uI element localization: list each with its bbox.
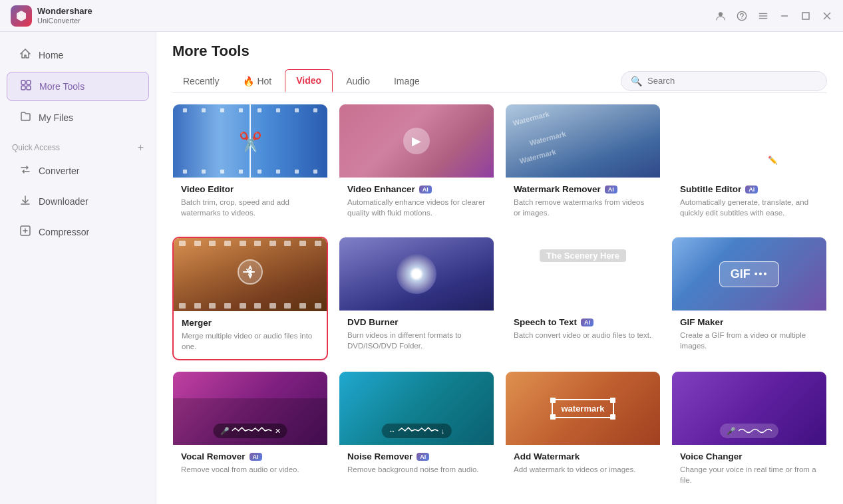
fire-icon: 🔥 <box>243 76 254 86</box>
tool-info-voice-changer: Voice Changer Change your voice in real … <box>672 445 826 493</box>
svg-point-1 <box>737 11 746 20</box>
tool-desc-video-enhancer: Automatically enhance videos for clearer… <box>347 197 486 218</box>
tool-info-watermark-remover: Watermark RemoverAI Batch remove waterma… <box>506 178 660 226</box>
search-input[interactable] <box>647 76 817 86</box>
tab-image[interactable]: Image <box>383 70 430 92</box>
tool-card-gif-maker[interactable]: GIF••• GIF Maker Create a GIF from a vid… <box>671 237 827 360</box>
tool-thumb-subtitle-editor: TextTextText ✏️ <box>672 104 826 178</box>
svg-rect-13 <box>27 86 31 90</box>
app-brand: Wondershare <box>37 6 92 16</box>
sidebar: Home More Tools My Files Quick <box>0 32 156 504</box>
tool-thumb-merger <box>174 238 327 311</box>
tab-hot-label: Hot <box>257 76 271 86</box>
tab-recently[interactable]: Recently <box>172 70 230 92</box>
titlebar: Wondershare UniConverter <box>0 0 843 32</box>
tool-info-merger: Merger Merge multiple video or audio fil… <box>174 311 327 360</box>
tool-info-vocal-remover: Vocal RemoverAI Remove vocal from audio … <box>173 445 327 483</box>
my-files-icon <box>19 110 32 125</box>
close-button[interactable] <box>822 11 832 21</box>
tool-desc-watermark-remover: Batch remove watermarks from videos or i… <box>514 197 652 218</box>
tool-desc-noise-remover: Remove background noise from audio. <box>347 464 486 475</box>
tool-name-merger: Merger <box>182 318 319 328</box>
tool-name-dvd-burner: DVD Burner <box>347 317 486 327</box>
sidebar-item-my-files[interactable]: My Files <box>7 104 149 132</box>
tool-card-watermark-remover[interactable]: Watermark Watermark Watermark Watermark … <box>505 104 661 226</box>
tool-info-noise-remover: Noise RemoverAI Remove background noise … <box>339 445 494 483</box>
sidebar-item-home[interactable]: Home <box>7 41 149 69</box>
tab-video[interactable]: Video <box>285 69 333 92</box>
tool-card-noise-remover[interactable]: ↔ ↓ Noise RemoverAI Remove background no… <box>339 371 494 493</box>
sidebar-item-more-tools-label: More Tools <box>39 81 84 92</box>
tool-info-video-editor: Video Editor Batch trim, crop, speed and… <box>173 178 327 226</box>
tab-video-label: Video <box>296 75 321 86</box>
tool-card-add-watermark[interactable]: watermark Add Watermark Add watermark to… <box>505 371 661 493</box>
tool-thumb-add-watermark: watermark <box>506 372 660 445</box>
tab-audio[interactable]: Audio <box>335 70 381 92</box>
quick-access-add-button[interactable]: + <box>138 142 144 153</box>
tool-name-subtitle-editor: Subtitle EditorAI <box>680 184 818 194</box>
tool-desc-vocal-remover: Remove vocal from audio or video. <box>181 464 319 475</box>
svg-point-2 <box>741 17 742 18</box>
help-button[interactable] <box>737 11 747 21</box>
tool-info-dvd-burner: DVD Burner Burn videos in different form… <box>339 311 494 359</box>
tabs-row: Recently 🔥 Hot Video Audio Image 🔍 <box>172 69 827 92</box>
tool-thumb-video-enhancer: ▶ <box>339 104 494 178</box>
downloader-icon <box>19 194 32 209</box>
sidebar-item-converter[interactable]: Converter <box>7 157 149 185</box>
tool-card-vocal-remover[interactable]: 🎤 ✕ Vocal RemoverAI Remove vocal from au… <box>172 371 328 493</box>
search-box[interactable]: 🔍 <box>621 71 827 91</box>
search-icon: 🔍 <box>631 76 642 86</box>
svg-point-0 <box>719 12 723 16</box>
tool-info-video-enhancer: Video EnhancerAI Automatically enhance v… <box>339 178 494 226</box>
tool-thumb-dvd-burner <box>339 237 494 311</box>
tool-name-voice-changer: Voice Changer <box>680 451 818 461</box>
ai-badge: AI <box>605 186 617 193</box>
tool-thumb-voice-changer: 🎤 <box>672 372 826 445</box>
minimize-button[interactable] <box>779 11 790 21</box>
tool-card-merger[interactable]: Merger Merge multiple video or audio fil… <box>172 237 328 360</box>
svg-rect-10 <box>21 80 25 84</box>
tool-info-add-watermark: Add Watermark Add watermark to videos or… <box>506 445 660 483</box>
app-product: UniConverter <box>37 17 92 25</box>
window-controls <box>715 11 832 21</box>
more-tools-icon <box>19 79 33 94</box>
sidebar-item-downloader[interactable]: Downloader <box>7 188 149 215</box>
tool-card-dvd-burner[interactable]: DVD Burner Burn videos in different form… <box>339 237 494 360</box>
tool-info-speech-to-text: Speech to TextAI Batch convert video or … <box>506 311 660 348</box>
tool-card-video-editor[interactable]: ✂️ Video Editor Batch trim, crop, speed … <box>172 104 328 226</box>
tool-desc-video-editor: Batch trim, crop, speed and add watermar… <box>181 197 319 218</box>
tool-card-video-enhancer[interactable]: ▶ Video EnhancerAI Automatically enhance… <box>339 104 494 226</box>
logo-icon <box>11 5 32 27</box>
maximize-button[interactable] <box>800 11 811 21</box>
sidebar-item-converter-label: Converter <box>39 166 79 176</box>
tool-thumb-noise-remover: ↔ ↓ <box>339 372 494 445</box>
tool-thumb-watermark-remover: Watermark Watermark Watermark <box>506 104 660 178</box>
content-header: More Tools Recently 🔥 Hot Video Audio Im <box>156 32 843 92</box>
svg-point-16 <box>248 270 252 274</box>
converter-icon <box>19 164 32 178</box>
tool-name-vocal-remover: Vocal RemoverAI <box>181 451 319 461</box>
compressor-icon <box>19 225 32 239</box>
tools-grid: ✂️ Video Editor Batch trim, crop, speed … <box>156 93 843 504</box>
tab-audio-label: Audio <box>346 76 370 86</box>
menu-button[interactable] <box>758 11 768 21</box>
tool-desc-dvd-burner: Burn videos in different formats to DVD/… <box>347 330 486 351</box>
tool-thumb-video-editor: ✂️ <box>173 104 327 178</box>
tool-card-subtitle-editor[interactable]: TextTextText ✏️ Subtitle EditorAI Automa… <box>671 104 827 226</box>
tool-desc-subtitle-editor: Automatically generate, translate, and q… <box>680 197 818 218</box>
sidebar-item-more-tools[interactable]: More Tools <box>7 72 149 101</box>
profile-button[interactable] <box>715 11 726 21</box>
tool-thumb-vocal-remover: 🎤 ✕ <box>173 372 327 445</box>
sidebar-item-compressor-label: Compressor <box>39 227 89 237</box>
sidebar-item-compressor[interactable]: Compressor <box>7 218 149 246</box>
tool-name-watermark-remover: Watermark RemoverAI <box>514 184 652 194</box>
tool-thumb-speech-to-text: The Scenery Here <box>506 237 660 311</box>
tab-hot[interactable]: 🔥 Hot <box>232 70 282 92</box>
svg-rect-11 <box>27 80 31 84</box>
ai-badge: AI <box>250 453 262 461</box>
tool-card-voice-changer[interactable]: 🎤 Voice Changer Change your voice in rea… <box>671 371 827 493</box>
tool-info-gif-maker: GIF Maker Create a GIF from a video or m… <box>672 311 826 359</box>
main-layout: Home More Tools My Files Quick <box>0 32 843 504</box>
tool-card-speech-to-text[interactable]: The Scenery Here Speech to TextAI Batch … <box>505 237 661 360</box>
page-title: More Tools <box>172 43 827 60</box>
